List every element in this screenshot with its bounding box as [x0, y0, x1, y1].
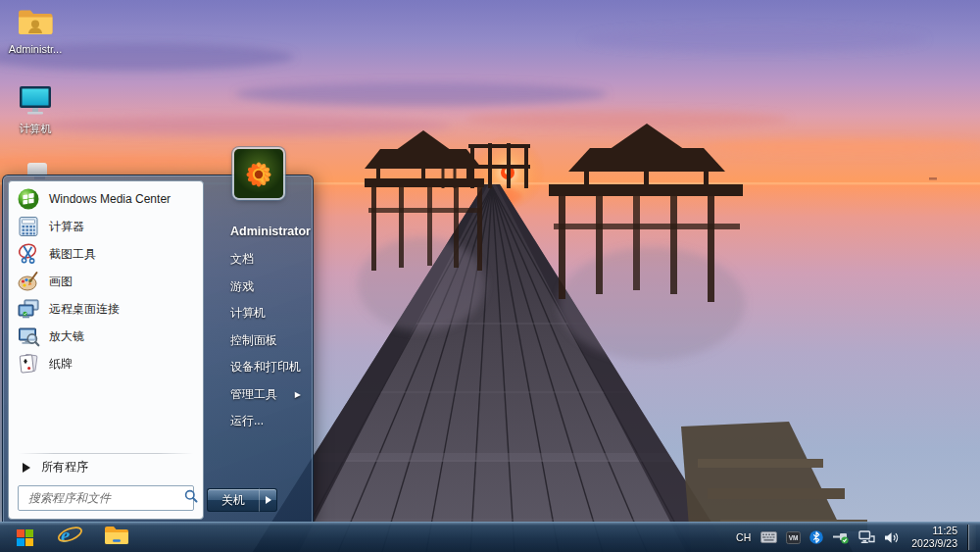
program-item-label: 画图 — [49, 274, 73, 290]
start-menu-place-item[interactable]: 游戏 ▶ — [203, 274, 309, 301]
desktop-icon-label: Administr... — [4, 43, 67, 55]
program-item-label: 放大镜 — [49, 328, 84, 345]
all-programs-arrow-icon — [23, 463, 30, 473]
ime-language-indicator[interactable]: CH — [734, 529, 753, 545]
svg-text:e: e — [61, 524, 70, 547]
start-menu-program-item[interactable]: 截图工具 — [9, 240, 203, 268]
svg-text:VM: VM — [789, 534, 799, 541]
start-menu-place-item[interactable]: 控制面板 ▶ — [203, 327, 309, 355]
search-icon[interactable] — [184, 489, 198, 507]
clock-time: 11:25 — [911, 525, 957, 537]
start-menu-program-item[interactable]: 画图 — [9, 268, 203, 295]
start-menu-place-item[interactable]: 管理工具 ▶ — [203, 381, 309, 409]
all-programs-label: 所有程序 — [41, 459, 88, 476]
start-menu-place-item[interactable]: 文档 ▶ — [203, 246, 309, 274]
place-item-label: 游戏 — [230, 278, 303, 295]
start-menu-right-panel: Administrator 文档 ▶ 游戏 ▶ 计算机 ▶ 控制面板 ▶ 设备和… — [203, 176, 309, 523]
user-name[interactable]: Administrator — [203, 217, 309, 246]
desktop-icon-label: 计算机 — [4, 122, 67, 136]
taskbar-internet-explorer-button[interactable]: e — [53, 525, 86, 550]
shutdown-button[interactable]: 关机 — [207, 488, 259, 512]
shutdown-label: 关机 — [221, 492, 245, 509]
start-menu-program-item[interactable]: 放大镜 — [9, 323, 203, 350]
program-item-label: Windows Media Center — [49, 192, 171, 206]
start-menu-program-item[interactable]: 计算器 — [9, 213, 203, 240]
start-menu-program-list: Windows Media Center 计算器 截图工具 画图 远程桌面连接 … — [9, 185, 203, 377]
show-desktop-button[interactable] — [967, 525, 976, 550]
network-icon[interactable] — [858, 528, 876, 546]
taskbar: e CH — [0, 522, 980, 552]
computer-icon — [17, 102, 54, 119]
start-button[interactable] — [10, 525, 39, 550]
start-menu: Windows Media Center 计算器 截图工具 画图 远程桌面连接 … — [2, 175, 314, 524]
media-center-icon — [17, 187, 40, 211]
program-item-label: 远程桌面连接 — [49, 301, 120, 318]
windows-logo-icon — [17, 529, 33, 546]
desktop-icon-computer[interactable]: 计算机 — [4, 84, 67, 136]
start-menu-left-panel: Windows Media Center 计算器 截图工具 画图 远程桌面连接 … — [8, 180, 204, 520]
safely-remove-hardware-icon[interactable] — [831, 528, 851, 546]
clock-date: 2023/9/23 — [911, 537, 957, 550]
search-input[interactable] — [26, 490, 184, 506]
taskbar-clock[interactable]: 11:25 2023/9/23 — [911, 525, 957, 550]
shutdown-controls: 关机 — [207, 488, 277, 512]
taskbar-file-explorer-button[interactable] — [100, 525, 133, 550]
volume-icon[interactable] — [883, 529, 901, 546]
start-menu-program-item[interactable]: 纸牌 — [9, 350, 203, 377]
program-item-label: 纸牌 — [49, 356, 73, 373]
start-menu-program-item[interactable]: 远程桌面连接 — [9, 295, 203, 323]
start-menu-places-list: 文档 ▶ 游戏 ▶ 计算机 ▶ 控制面板 ▶ 设备和打印机 ▶ 管理工具 ▶ 运… — [203, 246, 309, 435]
vm-tools-icon[interactable]: VM — [785, 529, 802, 546]
all-programs-button[interactable]: 所有程序 — [9, 454, 203, 480]
remote-desktop-icon — [17, 297, 40, 321]
place-item-label: 设备和打印机 — [230, 359, 303, 376]
solitaire-icon — [17, 352, 40, 376]
place-item-label: 文档 — [230, 251, 303, 268]
folder-icon — [104, 526, 129, 550]
start-menu-program-item[interactable]: Windows Media Center — [9, 185, 203, 213]
program-item-label: 计算器 — [49, 219, 84, 235]
user-folder-icon — [17, 24, 54, 40]
start-menu-search-box — [18, 485, 194, 511]
shutdown-options-button[interactable] — [259, 488, 277, 512]
program-item-label: 截图工具 — [49, 246, 96, 263]
windows-desktop: Administr... 计算机 Windows Media Center 计算… — [0, 0, 980, 552]
place-item-label: 管理工具 — [230, 386, 295, 403]
snipping-tool-icon — [17, 242, 40, 266]
system-tray: CH VM — [734, 525, 980, 550]
magnifier-icon — [17, 325, 40, 348]
start-menu-place-item[interactable]: 运行... ▶ — [203, 408, 309, 435]
internet-explorer-icon: e — [57, 524, 83, 551]
taskbar-left: e — [0, 525, 133, 550]
place-item-label: 控制面板 — [230, 332, 303, 349]
place-item-label: 运行... — [230, 413, 303, 429]
paint-icon — [17, 270, 40, 293]
desktop-icon-administrator-folder[interactable]: Administr... — [4, 8, 67, 55]
calculator-icon — [17, 215, 40, 238]
shutdown-options-arrow-icon — [266, 496, 271, 504]
place-item-label: 计算机 — [230, 305, 303, 322]
submenu-arrow-icon: ▶ — [295, 390, 301, 399]
keyboard-layout-icon[interactable] — [760, 529, 778, 545]
bluetooth-icon[interactable] — [808, 528, 824, 546]
start-menu-place-item[interactable]: 计算机 ▶ — [203, 300, 309, 327]
start-menu-place-item[interactable]: 设备和打印机 ▶ — [203, 354, 309, 381]
